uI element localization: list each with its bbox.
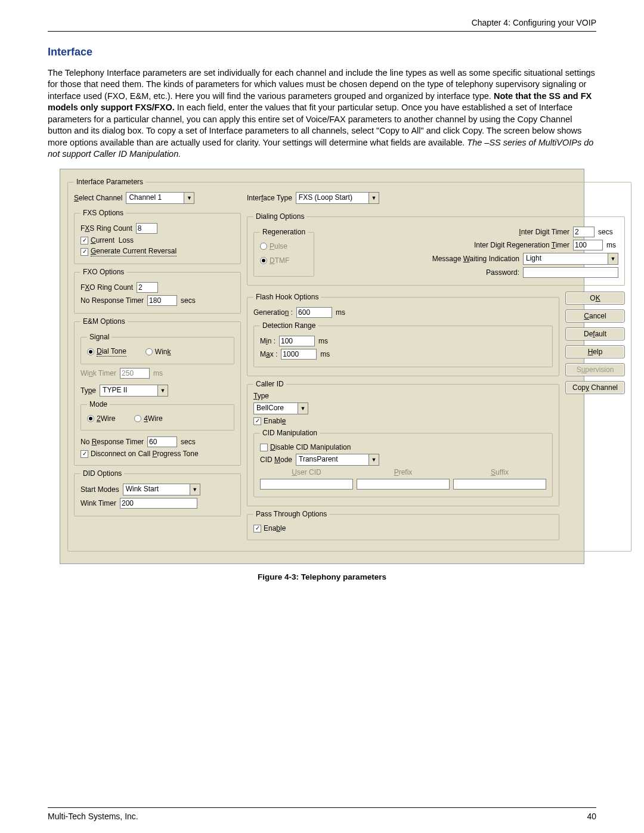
prefix-label: Prefix (357, 468, 450, 476)
interface-parameters-fieldset: Interface Parameters Select Channel Chan… (67, 178, 631, 552)
caller-id-legend: Caller ID (253, 380, 286, 388)
dial-tone-label: Dial Tone (97, 347, 126, 357)
detection-range-legend: Detection Range (260, 321, 318, 330)
radio-on-icon (87, 415, 94, 422)
disconnect-cpt-checkbox[interactable]: ✓ Disconnect on Call Progress Tone (80, 450, 199, 458)
idrt-unit: ms (606, 241, 618, 249)
chevron-down-icon: ▼ (369, 454, 379, 465)
mwi-dropdown[interactable]: Light ▼ (523, 253, 618, 265)
copy-channel-button[interactable]: Copy Channel (565, 381, 625, 394)
cancel-button[interactable]: Cancel (565, 309, 625, 323)
footer-right: 40 (587, 812, 596, 821)
two-wire-radio[interactable]: 2Wire (87, 414, 115, 423)
idt-input[interactable] (573, 227, 595, 237)
pto-enable-checkbox[interactable]: ✓ Enable (253, 524, 286, 532)
suffix-label: Suffix (453, 468, 546, 476)
checkmark-icon: ✓ (253, 525, 261, 532)
page-footer: Multi-Tech Systems, Inc. 40 (48, 807, 596, 821)
select-channel-label: Select Channel (74, 194, 122, 202)
disable-cid-manip-checkbox[interactable]: Disable CID Manipulation (260, 443, 351, 451)
current-loss-checkbox[interactable]: ✓ CCurrent Lossurrent Loss (80, 236, 134, 244)
fxs-options-fieldset: FXS Options FXS Ring Count ✓ CCurrent Lo… (74, 209, 241, 264)
fxo-no-response-input[interactable] (147, 295, 177, 306)
regeneration-fieldset: Regeneration Pulse (253, 228, 314, 277)
cid-mode-dropdown[interactable]: TransParent ▼ (296, 454, 379, 466)
em-wink-timer-label: Wink Timer (80, 369, 116, 377)
checkmark-icon: ✓ (80, 450, 88, 458)
flash-hook-fieldset: Flash Hook Options Generation : ms Detec… (247, 293, 559, 376)
cid-mode-value: TransParent (296, 454, 369, 465)
chevron-down-icon: ▼ (190, 484, 200, 495)
ok-button[interactable]: OK (565, 292, 625, 305)
disconnect-cpt-label: Disconnect on Call Progress Tone (91, 450, 199, 458)
flash-gen-input[interactable] (296, 307, 332, 318)
interface-type-value: FXS (Loop Start) (296, 193, 369, 203)
interface-parameters-dialog: Interface Parameters Select Channel Chan… (60, 169, 584, 564)
fxo-options-fieldset: FXO Options FXO Ring Count No Response T… (74, 268, 241, 314)
em-type-label: Type (80, 386, 96, 395)
password-label: Password: (486, 268, 519, 277)
cid-enable-checkbox[interactable]: ✓ Enable (253, 417, 286, 425)
interface-type-label: Interface Type (247, 194, 292, 202)
radio-off-icon (134, 415, 141, 422)
fxo-options-legend: FXO Options (80, 268, 126, 276)
cid-manipulation-fieldset: CID Manipulation Disable CID Manipulatio… (253, 429, 553, 497)
gen-current-reversal-checkbox[interactable]: ✓ Generate Current Reversal (80, 247, 177, 256)
range-min-input[interactable] (279, 336, 315, 346)
chevron-down-icon: ▼ (184, 193, 194, 203)
pulse-label: Pulse (270, 242, 287, 250)
caller-id-fieldset: Caller ID Type BellCore ▼ (247, 380, 559, 506)
fxo-no-response-label: No Response Timer (80, 296, 144, 305)
did-start-modes-value: Wink Start (123, 484, 190, 495)
default-button[interactable]: Default (565, 327, 625, 340)
em-signal-fieldset: Signal Dial Tone Wink (80, 333, 234, 364)
checkmark-icon: ✓ (80, 248, 88, 256)
range-max-label: Max : (260, 350, 277, 358)
dial-tone-radio[interactable]: Dial Tone (87, 347, 126, 357)
range-min-label: Min : (260, 337, 275, 345)
fxo-ring-count-label: FXO Ring Count (80, 283, 133, 292)
em-type-dropdown[interactable]: TYPE II ▼ (100, 385, 168, 397)
wink-radio[interactable]: Wink (145, 348, 171, 356)
current-loss-label: CCurrent Lossurrent Loss (91, 236, 134, 244)
figure-caption: Figure 4-3: Telephony parameters (48, 572, 596, 581)
wink-label: Wink (155, 348, 171, 356)
radio-off-icon (260, 243, 267, 250)
fxo-no-response-unit: secs (181, 296, 196, 305)
chevron-down-icon: ▼ (608, 253, 618, 264)
dtmf-radio: DTMF (260, 256, 289, 265)
did-start-modes-dropdown[interactable]: Wink Start ▼ (123, 484, 200, 496)
flash-hook-legend: Flash Hook Options (253, 293, 321, 301)
user-cid-input[interactable] (260, 479, 353, 490)
interface-type-dropdown[interactable]: FXS (Loop Start) ▼ (296, 192, 379, 204)
idrt-input[interactable] (573, 240, 603, 250)
did-options-legend: DID Options (80, 469, 124, 478)
em-no-response-input[interactable] (147, 436, 177, 447)
cid-type-dropdown[interactable]: BellCore ▼ (253, 402, 308, 414)
prefix-input[interactable] (357, 479, 450, 490)
did-wink-timer-input[interactable] (120, 498, 197, 509)
range-max-unit: ms (320, 350, 330, 358)
range-max-input[interactable] (281, 349, 317, 360)
help-button[interactable]: Help (565, 345, 625, 358)
four-wire-radio[interactable]: 4Wire (134, 414, 162, 423)
em-options-fieldset: E&M Options Signal Dial Tone (74, 317, 241, 466)
interface-parameters-legend: Interface Parameters (74, 178, 145, 186)
mwi-label: Message Waiting Indication (432, 255, 519, 263)
em-no-response-label: No Response Timer (80, 438, 144, 446)
password-input[interactable] (523, 267, 618, 278)
user-cid-label: User CID (260, 468, 353, 476)
idt-unit: secs (598, 228, 618, 236)
range-min-unit: ms (318, 337, 328, 345)
detection-range-fieldset: Detection Range Min : ms Max : (253, 321, 553, 367)
fxo-ring-count-input[interactable] (137, 282, 158, 293)
radio-on-icon (87, 348, 94, 355)
footer-left: Multi-Tech Systems, Inc. (48, 812, 138, 821)
fxs-ring-count-input[interactable] (136, 223, 157, 234)
em-signal-legend: Signal (87, 333, 112, 341)
select-channel-dropdown[interactable]: Channel 1 ▼ (126, 192, 194, 204)
gen-current-reversal-label: Generate Current Reversal (91, 247, 177, 256)
flash-gen-unit: ms (336, 308, 345, 317)
fxs-ring-count-label: FXS Ring Count (80, 224, 132, 233)
suffix-input[interactable] (453, 479, 546, 490)
